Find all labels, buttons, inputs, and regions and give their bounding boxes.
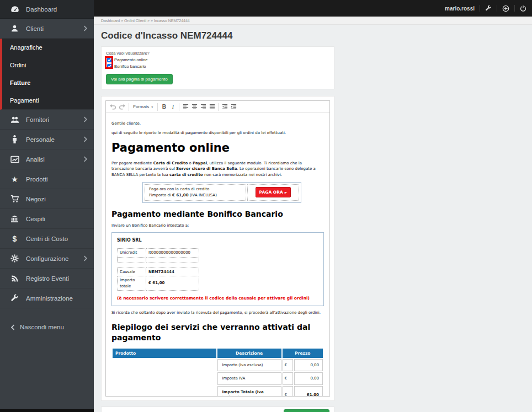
sidebar-item-anagrafiche[interactable]: Anagrafiche — [2, 39, 94, 56]
descrizione-cell: Importo Totale (Iva Inclusa) — [217, 386, 281, 396]
send-email-button[interactable]: Invia tramite email — [284, 409, 329, 412]
italic-button[interactable]: I — [168, 103, 177, 111]
indent-icon[interactable] — [229, 103, 238, 111]
intro-text: qui di seguito le riporto le modalità di… — [111, 130, 324, 136]
power-icon[interactable] — [520, 5, 526, 12]
filter-options: Pagamento online Bonifico bancario — [106, 57, 189, 69]
undo-button[interactable] — [108, 103, 118, 111]
sidebar-item-label: Registro Eventi — [26, 275, 69, 282]
currency-cell: € — [283, 386, 293, 396]
align-center-icon[interactable] — [190, 103, 199, 111]
main-content: Dashboard » Ordini Clienti » » Incasso N… — [94, 17, 532, 412]
prodotto-cell — [113, 359, 216, 372]
rss-icon — [10, 275, 19, 282]
totale-label: Importo totale — [118, 276, 146, 291]
send-panel: Invia tramite email — [101, 406, 334, 412]
paga-ora-button[interactable]: PAGA ORA► — [256, 187, 291, 197]
formats-label: Formats — [133, 104, 149, 109]
collapse-menu-button[interactable]: Nascondi menu — [0, 317, 94, 337]
option-bonifico-bancario[interactable]: Bonifico bancario — [106, 63, 189, 69]
redo-button[interactable] — [118, 103, 127, 111]
causale-table: CausaleNEM724444 Importo totale€ 61,00 — [117, 267, 199, 291]
sidebar-item-prodotti[interactable]: ★ Prodotti — [0, 169, 94, 189]
circle-plus-icon[interactable] — [502, 5, 509, 12]
company-name: SIRIO SRL — [117, 237, 318, 244]
table-row: UnicreditIt0000000000000000 — [118, 249, 199, 258]
divider — [514, 5, 515, 12]
descrizione-cell: Importo (Iva esclusa) — [217, 359, 281, 372]
breadcrumb[interactable]: Dashboard » Ordini Clienti » » Incasso N… — [94, 17, 532, 25]
username[interactable]: mario.rossi — [445, 6, 475, 12]
sidebar-item-cespiti[interactable]: Cespiti — [0, 209, 94, 229]
pay-now-box: Paga ora con la carta di credito l'impor… — [142, 182, 301, 203]
greeting-text: Gentile cliente, — [111, 121, 324, 127]
rich-text-editor: Formats▼ B I — [105, 100, 330, 397]
sidebar-item-ordini[interactable]: Ordini — [2, 56, 94, 74]
sidebar-item-label: Fatture — [10, 79, 30, 86]
sidebar-item-amministrazione[interactable]: Amministrazione — [0, 288, 94, 308]
table-row-total: Importo Totale (Iva Inclusa) € 61,00 — [113, 386, 323, 396]
sidebar-item-label: Personale — [26, 136, 55, 143]
formats-dropdown[interactable]: Formats▼ — [131, 103, 156, 111]
topbar: mario.rossi — [94, 0, 532, 17]
outdent-icon[interactable] — [220, 103, 229, 111]
star-icon: ★ — [10, 175, 19, 183]
cart-icon — [10, 195, 19, 203]
iban-value: It0000000000000000 — [146, 249, 199, 258]
divider — [129, 103, 129, 111]
chevron-right-icon — [83, 136, 87, 142]
go-to-payment-button[interactable]: Vai alla pagina di pagamento — [106, 74, 173, 84]
dollar-icon: $ — [10, 235, 19, 243]
bonifico-intro: Inviare un Bonifico Bancario intestato a… — [111, 223, 324, 229]
sidebar-item-centri-di-costo[interactable]: $ Centri di Costo — [0, 229, 94, 249]
chevron-left-icon — [10, 324, 15, 330]
column-header-prezzo: Prezzo — [283, 349, 323, 358]
heading-bonifico: Pagamento mediante Bonifico Bancario — [111, 209, 324, 220]
sidebar-item-personale[interactable]: Personale — [0, 130, 94, 149]
sidebar-item-label: Dashboard — [26, 6, 57, 13]
editor-content[interactable]: Gentile cliente, qui di seguito le ripor… — [106, 113, 329, 396]
table-row: Imposta IVA € 0,00 — [113, 372, 323, 385]
justify-icon[interactable] — [208, 103, 216, 111]
sidebar-item-clienti[interactable]: Clienti — [0, 19, 94, 39]
sidebar-item-pagamenti[interactable]: Pagamenti — [2, 92, 94, 109]
pagamento-online-checkbox[interactable] — [107, 57, 112, 62]
sidebar-item-fornitori[interactable]: Fornitori — [0, 110, 94, 130]
sidebar-item-analisi[interactable]: Analisi — [0, 149, 94, 169]
bold-button[interactable]: B — [159, 103, 168, 111]
align-left-icon[interactable] — [181, 103, 190, 111]
sidebar-item-label: Cespiti — [26, 216, 45, 222]
causale-label: Causale — [118, 267, 146, 276]
divider — [497, 5, 497, 12]
sidebar-item-label: Negozi — [26, 196, 46, 202]
editor-panel: Formats▼ B I — [101, 96, 334, 401]
sidebar-item-negozi[interactable]: Negozi — [0, 189, 94, 209]
chevron-right-icon — [83, 156, 87, 162]
prezzo-cell: 61,00 — [294, 386, 323, 396]
editor-toolbar: Formats▼ B I — [106, 101, 329, 113]
divider — [480, 5, 480, 12]
chevron-right-icon — [83, 255, 87, 261]
bank-icon — [10, 215, 19, 223]
divider — [157, 103, 158, 111]
option-pagamento-online[interactable]: Pagamento online — [106, 57, 189, 63]
divider — [179, 103, 179, 111]
sidebar-submenu-clienti: Anagrafiche Ordini Fatture Pagamenti — [0, 39, 94, 110]
sidebar-item-registro-eventi[interactable]: Registro Eventi — [0, 269, 94, 288]
sidebar-item-fatture[interactable]: Fatture — [2, 74, 94, 92]
sidebar-item-label: Pagamenti — [10, 97, 39, 104]
gauge-icon — [10, 6, 19, 13]
totale-value: € 61,00 — [146, 276, 199, 291]
chevron-right-icon — [83, 116, 87, 122]
pay-button-cell: PAGA ORA► — [247, 184, 299, 201]
reminder-text: Si ricorda che soltanto dopo aver inviat… — [111, 310, 324, 316]
align-right-icon[interactable] — [199, 103, 208, 111]
wrench-icon[interactable] — [485, 5, 492, 12]
sidebar-item-dashboard[interactable]: Dashboard — [0, 0, 94, 19]
online-paragraph: Per pagare mediante Carta di Credito o P… — [111, 160, 324, 178]
riepilogo-table: Prodotto Descrizione Prezzo Importo (Iva… — [111, 347, 324, 396]
pay-now-text: Paga ora con la carta di credito l'impor… — [145, 184, 246, 201]
bonifico-bancario-checkbox[interactable] — [107, 64, 112, 69]
sidebar-item-configurazione[interactable]: Configurazione — [0, 249, 94, 269]
page-title: Codice d'Incasso NEM724444 — [101, 30, 532, 41]
